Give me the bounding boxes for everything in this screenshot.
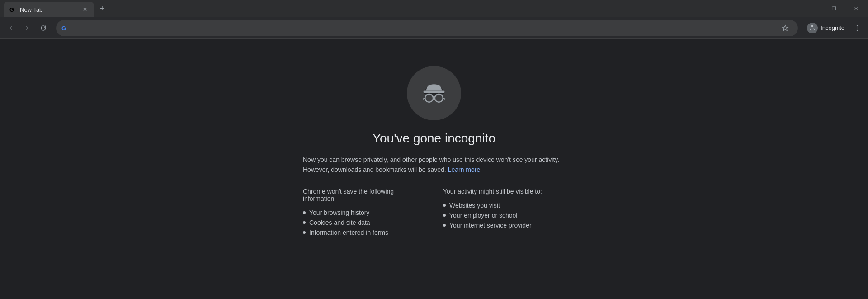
title-bar: G New Tab ✕ + — ❐ ✕ [0, 0, 868, 17]
page-content: You've gone incognito Now you can browse… [0, 39, 868, 299]
incognito-container: You've gone incognito Now you can browse… [298, 66, 570, 237]
incognito-description: Now you can browse privately, and other … [303, 155, 565, 175]
svg-point-4 [857, 25, 858, 26]
profile-avatar [807, 23, 818, 33]
incognito-title: You've gone incognito [373, 131, 495, 146]
list-item: Your browsing history [303, 208, 425, 218]
list-item: Cookies and site data [303, 218, 425, 228]
list-item: Websites you visit [443, 200, 565, 210]
menu-button[interactable] [850, 21, 864, 35]
browser-tab[interactable]: G New Tab ✕ [4, 2, 94, 17]
svg-point-12 [426, 95, 432, 101]
reload-button[interactable] [36, 21, 51, 35]
bullet-icon [443, 224, 446, 227]
new-tab-button[interactable]: + [96, 2, 108, 15]
list-item-text: Your internet service provider [449, 222, 532, 229]
bullet-icon [303, 231, 306, 234]
google-favicon-icon: G [61, 24, 69, 32]
address-bar-container[interactable]: G [56, 20, 798, 36]
forward-button[interactable] [20, 21, 34, 35]
description-text: Now you can browse privately, and other … [303, 156, 559, 173]
svg-marker-2 [783, 25, 788, 31]
tab-title: New Tab [20, 6, 78, 13]
bullet-icon [443, 214, 446, 217]
tab-favicon: G [9, 6, 16, 13]
address-bar-actions [778, 21, 793, 35]
profile-label: Incognito [821, 24, 844, 31]
maximize-button[interactable]: ❐ [824, 0, 844, 17]
list-item-text: Information entered in forms [309, 229, 388, 236]
tab-close-button[interactable]: ✕ [81, 6, 89, 13]
minimize-button[interactable]: — [802, 0, 823, 17]
list-item-text: Your employer or school [449, 212, 517, 219]
list-item: Your employer or school [443, 210, 565, 220]
list-item: Information entered in forms [303, 228, 425, 237]
list-item-text: Cookies and site data [309, 219, 370, 226]
right-info-column: Your activity might still be visible to:… [443, 188, 565, 237]
list-item-text: Your browsing history [309, 209, 369, 216]
svg-point-3 [811, 25, 814, 27]
svg-text:G: G [61, 25, 66, 32]
title-bar-spacer [110, 0, 802, 17]
bookmark-star-button[interactable] [778, 21, 793, 35]
list-item-text: Websites you visit [449, 202, 500, 209]
bullet-icon [303, 221, 306, 224]
toolbar-right: Incognito [803, 21, 864, 35]
toolbar: G Incognito [0, 17, 868, 39]
left-info-list: Your browsing history Cookies and site d… [303, 208, 425, 237]
right-info-list: Websites you visit Your employer or scho… [443, 200, 565, 230]
info-columns: Chrome won't save the following informat… [303, 188, 565, 237]
svg-point-5 [857, 27, 858, 28]
bullet-icon [443, 204, 446, 207]
bullet-icon [303, 211, 306, 214]
right-column-title: Your activity might still be visible to: [443, 188, 565, 195]
svg-rect-14 [424, 91, 445, 93]
learn-more-link[interactable]: Learn more [448, 166, 481, 173]
left-column-title: Chrome won't save the following informat… [303, 188, 425, 202]
svg-point-6 [857, 29, 858, 30]
svg-text:G: G [9, 6, 14, 13]
address-input[interactable] [72, 24, 774, 32]
left-info-column: Chrome won't save the following informat… [303, 188, 425, 237]
browser-frame: G New Tab ✕ + — ❐ ✕ [0, 0, 868, 299]
close-button[interactable]: ✕ [845, 0, 866, 17]
svg-point-13 [436, 95, 442, 101]
profile-button[interactable]: Incognito [803, 21, 848, 35]
incognito-spy-icon [418, 77, 450, 109]
list-item: Your internet service provider [443, 220, 565, 230]
back-button[interactable] [4, 21, 18, 35]
incognito-icon-circle [407, 66, 461, 120]
window-controls: — ❐ ✕ [802, 0, 868, 17]
